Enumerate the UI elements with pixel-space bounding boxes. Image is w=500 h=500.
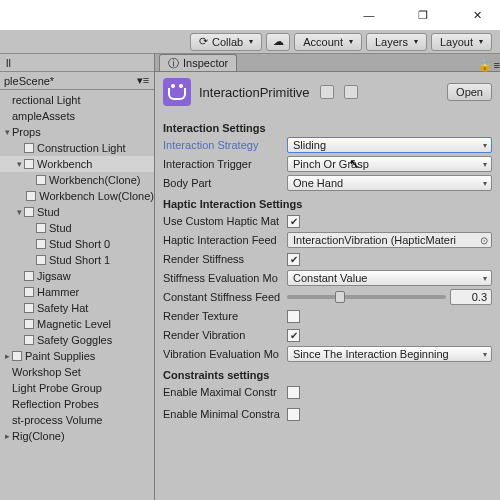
- component-title: InteractionPrimitive: [199, 85, 310, 100]
- hierarchy-item[interactable]: Stud Short 0: [0, 236, 154, 252]
- hierarchy-item-label: Workbench(Clone): [49, 174, 141, 186]
- hierarchy-item[interactable]: ▾Workbench: [0, 156, 154, 172]
- scene-header[interactable]: pleScene* ▾≡: [0, 72, 154, 90]
- inspector-tab-label: Inspector: [183, 57, 228, 69]
- lock-icon[interactable]: 🔒: [478, 59, 490, 71]
- gameobject-icon: [24, 335, 34, 345]
- component-header: InteractionPrimitive Open: [155, 72, 500, 112]
- reference-icon[interactable]: [320, 85, 334, 99]
- hierarchy-item[interactable]: Workshop Set: [0, 364, 154, 380]
- hierarchy-item[interactable]: Hammer: [0, 284, 154, 300]
- label-render-vibration: Render Vibration: [163, 329, 287, 341]
- inspector-tab-bar: ⓘ Inspector 🔒 ≡: [155, 54, 500, 72]
- dropdown-trigger[interactable]: Pinch Or Grasp: [287, 156, 492, 172]
- info-icon: ⓘ: [168, 56, 179, 71]
- hierarchy-item[interactable]: Workbench Low(Clone): [0, 188, 154, 204]
- preset-icon[interactable]: [344, 85, 358, 99]
- hierarchy-item[interactable]: ▾Props: [0, 124, 154, 140]
- chevron-down-icon: ▾: [249, 37, 253, 46]
- label-feed: Haptic Interaction Feed: [163, 234, 287, 246]
- collab-button[interactable]: ⟳ Collab ▾: [190, 33, 262, 51]
- hierarchy-item[interactable]: ▾Stud: [0, 204, 154, 220]
- gameobject-icon: [36, 223, 46, 233]
- collab-label: Collab: [212, 36, 243, 48]
- checkbox-custom-mat[interactable]: [287, 215, 300, 228]
- dropdown-vib-mode[interactable]: Since The Interaction Beginning: [287, 346, 492, 362]
- checkbox-enable-max[interactable]: [287, 386, 300, 399]
- dropdown-bodypart[interactable]: One Hand: [287, 175, 492, 191]
- hierarchy-item[interactable]: Construction Light: [0, 140, 154, 156]
- value-const-stiff: 0.3: [472, 291, 487, 303]
- hierarchy-item-label: st-process Volume: [12, 414, 102, 426]
- checkbox-render-vibration[interactable]: [287, 329, 300, 342]
- hierarchy-item[interactable]: st-process Volume: [0, 412, 154, 428]
- value-strategy: Sliding: [293, 139, 326, 151]
- window-minimize-button[interactable]: —: [354, 3, 384, 27]
- numbox-const-stiff[interactable]: 0.3: [450, 289, 492, 305]
- hierarchy-item[interactable]: Reflection Probes: [0, 396, 154, 412]
- account-label: Account: [303, 36, 343, 48]
- scene-context-menu-button[interactable]: ▾≡: [136, 74, 150, 88]
- open-script-button[interactable]: Open: [447, 83, 492, 101]
- foldout-icon[interactable]: ▾: [2, 127, 12, 137]
- editor-toolbar: ⟳ Collab ▾ ☁ Account ▾ Layers ▾ Layout ▾: [0, 30, 500, 54]
- value-stiff-mode: Constant Value: [293, 272, 367, 284]
- hierarchy-item[interactable]: Workbench(Clone): [0, 172, 154, 188]
- hierarchy-item[interactable]: ampleAssets: [0, 108, 154, 124]
- hierarchy-item-label: Magnetic Level: [37, 318, 111, 330]
- hierarchy-item[interactable]: Safety Hat: [0, 300, 154, 316]
- hierarchy-item-label: Stud: [49, 222, 72, 234]
- hierarchy-item[interactable]: Safety Goggles: [0, 332, 154, 348]
- account-button[interactable]: Account ▾: [294, 33, 362, 51]
- gameobject-icon: [24, 319, 34, 329]
- hierarchy-item[interactable]: ▸Paint Supplies: [0, 348, 154, 364]
- chevron-down-icon: ▾: [349, 37, 353, 46]
- hierarchy-item-label: Rig(Clone): [12, 430, 65, 442]
- foldout-icon[interactable]: ▸: [2, 431, 12, 441]
- checkbox-render-stiffness[interactable]: [287, 253, 300, 266]
- hierarchy-item-label: Stud: [37, 206, 60, 218]
- gameobject-icon: [24, 207, 34, 217]
- hierarchy-item[interactable]: ▸Rig(Clone): [0, 428, 154, 444]
- hierarchy-item[interactable]: Stud: [0, 220, 154, 236]
- objectfield-feed[interactable]: InteractionVibration (HapticMateri: [287, 232, 492, 248]
- hierarchy-item-label: Hammer: [37, 286, 79, 298]
- layers-button[interactable]: Layers ▾: [366, 33, 427, 51]
- hierarchy-item-label: ampleAssets: [12, 110, 75, 122]
- inspector-tab[interactable]: ⓘ Inspector: [159, 54, 237, 71]
- layout-button[interactable]: Layout ▾: [431, 33, 492, 51]
- gameobject-icon: [24, 303, 34, 313]
- checkbox-render-texture[interactable]: [287, 310, 300, 323]
- cloud-button[interactable]: ☁: [266, 33, 290, 51]
- chevron-down-icon: ▾: [414, 37, 418, 46]
- hierarchy-item[interactable]: rectional Light: [0, 92, 154, 108]
- hierarchy-item-label: Light Probe Group: [12, 382, 102, 394]
- dropdown-strategy[interactable]: Sliding: [287, 137, 492, 153]
- inspector-context-menu-button[interactable]: ≡: [494, 59, 500, 71]
- checkbox-enable-min[interactable]: [287, 408, 300, 421]
- slider-thumb[interactable]: [335, 291, 345, 303]
- section-haptic: Haptic Interaction Settings: [163, 198, 492, 210]
- hierarchy-item[interactable]: Stud Short 1: [0, 252, 154, 268]
- gameobject-icon: [24, 143, 34, 153]
- hierarchy-item-label: Construction Light: [37, 142, 126, 154]
- scene-name: pleScene*: [4, 75, 54, 87]
- slider-const-stiff[interactable]: [287, 295, 446, 299]
- window-maximize-button[interactable]: ❐: [408, 3, 438, 27]
- hierarchy-item[interactable]: Jigsaw: [0, 268, 154, 284]
- gameobject-icon: [24, 287, 34, 297]
- label-render-stiffness: Render Stiffness: [163, 253, 287, 265]
- hierarchy-item[interactable]: Magnetic Level: [0, 316, 154, 332]
- label-custom-mat: Use Custom Haptic Mat: [163, 215, 287, 227]
- hierarchy-item[interactable]: Light Probe Group: [0, 380, 154, 396]
- hierarchy-tab[interactable]: ll: [0, 54, 154, 72]
- dropdown-stiff-mode[interactable]: Constant Value: [287, 270, 492, 286]
- foldout-icon[interactable]: ▾: [14, 159, 24, 169]
- component-icon: [163, 78, 191, 106]
- foldout-icon[interactable]: ▸: [2, 351, 12, 361]
- gameobject-icon: [36, 175, 46, 185]
- label-render-texture: Render Texture: [163, 310, 287, 322]
- label-enable-max: Enable Maximal Constr: [163, 386, 287, 398]
- window-close-button[interactable]: ✕: [462, 3, 492, 27]
- foldout-icon[interactable]: ▾: [14, 207, 24, 217]
